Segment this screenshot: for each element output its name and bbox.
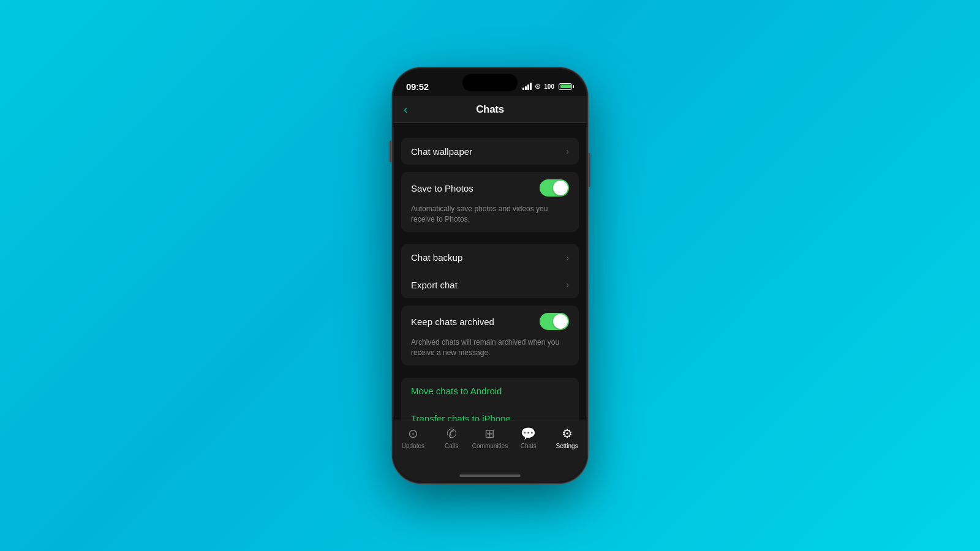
keep-archived-group: Keep chats archived Archived chats will … bbox=[401, 305, 579, 365]
phone-frame: 09:52 ⊛ 100 ‹ bbox=[392, 67, 588, 484]
transfer-chats-iphone-label: Transfer chats to iPhone bbox=[411, 413, 569, 421]
export-chat-cell[interactable]: Export chat › bbox=[401, 271, 579, 298]
settings-icon: ⚙ bbox=[562, 426, 573, 441]
calls-icon: ✆ bbox=[447, 426, 457, 441]
chats-icon: 💬 bbox=[521, 426, 536, 441]
tab-chats[interactable]: 💬 Chats bbox=[509, 426, 548, 449]
export-chat-label: Export chat bbox=[411, 280, 566, 290]
tab-calls[interactable]: ✆ Calls bbox=[432, 426, 471, 449]
calls-label: Calls bbox=[445, 443, 458, 449]
chat-wallpaper-label: Chat wallpaper bbox=[411, 146, 566, 157]
dynamic-island bbox=[462, 74, 518, 91]
signal-icon bbox=[522, 83, 532, 90]
chat-backup-cell[interactable]: Chat backup › bbox=[401, 244, 579, 271]
save-photos-group: Save to Photos Automatically save photos… bbox=[401, 172, 579, 232]
communities-label: Communities bbox=[472, 443, 508, 449]
keep-archived-toggle-knob bbox=[553, 314, 568, 329]
nav-bar: ‹ Chats bbox=[394, 96, 586, 123]
chat-wallpaper-cell[interactable]: Chat wallpaper › bbox=[401, 138, 579, 165]
spacer-3 bbox=[394, 298, 586, 305]
transfer-chats-iphone-cell[interactable]: Transfer chats to iPhone bbox=[401, 405, 579, 421]
move-transfer-group: Move chats to Android Transfer chats to … bbox=[401, 378, 579, 421]
move-chats-android-cell[interactable]: Move chats to Android bbox=[401, 378, 579, 405]
chat-wallpaper-group: Chat wallpaper › bbox=[401, 138, 579, 165]
status-time: 09:52 bbox=[406, 81, 429, 92]
backup-export-group: Chat backup › Export chat › bbox=[401, 244, 579, 299]
save-photos-label: Save to Photos bbox=[411, 183, 540, 193]
updates-label: Updates bbox=[402, 443, 424, 449]
chats-label: Chats bbox=[521, 443, 537, 449]
settings-label: Settings bbox=[556, 443, 578, 449]
save-photos-description: Automatically save photos and videos you… bbox=[401, 204, 579, 232]
tab-bar: ⊙ Updates ✆ Calls ⊞ Communities 💬 Chats … bbox=[394, 421, 586, 470]
spacer-2 bbox=[394, 165, 586, 172]
communities-icon: ⊞ bbox=[484, 426, 495, 441]
back-button[interactable]: ‹ bbox=[404, 102, 408, 116]
save-photos-toggle[interactable] bbox=[540, 179, 569, 197]
phone-screen: 09:52 ⊛ 100 ‹ bbox=[394, 69, 586, 482]
home-bar bbox=[459, 474, 521, 477]
battery-label: 100 bbox=[544, 83, 554, 90]
tab-communities[interactable]: ⊞ Communities bbox=[471, 426, 510, 449]
home-indicator bbox=[394, 470, 586, 482]
status-bar: 09:52 ⊛ 100 bbox=[394, 69, 586, 96]
chat-backup-label: Chat backup bbox=[411, 252, 566, 263]
status-icons: ⊛ 100 bbox=[522, 82, 574, 91]
keep-archived-label: Keep chats archived bbox=[411, 317, 540, 327]
keep-archived-row: Keep chats archived bbox=[401, 305, 579, 337]
toggle-knob bbox=[553, 181, 568, 195]
battery-icon bbox=[559, 83, 574, 90]
keep-archived-toggle[interactable] bbox=[540, 313, 569, 330]
spacer-1 bbox=[394, 130, 586, 138]
updates-icon: ⊙ bbox=[408, 426, 418, 441]
keep-archived-description: Archived chats will remain archived when… bbox=[401, 337, 579, 365]
save-photos-row: Save to Photos bbox=[401, 172, 579, 204]
tab-settings[interactable]: ⚙ Settings bbox=[548, 426, 586, 449]
content-area[interactable]: Chat wallpaper › Save to Photos bbox=[394, 123, 586, 421]
chat-backup-chevron: › bbox=[566, 253, 569, 263]
move-chats-android-label: Move chats to Android bbox=[411, 386, 569, 396]
tab-updates[interactable]: ⊙ Updates bbox=[394, 426, 432, 449]
chat-wallpaper-chevron: › bbox=[566, 146, 569, 156]
export-chat-chevron: › bbox=[566, 280, 569, 290]
page-title: Chats bbox=[476, 103, 504, 116]
wifi-icon: ⊛ bbox=[535, 82, 541, 91]
